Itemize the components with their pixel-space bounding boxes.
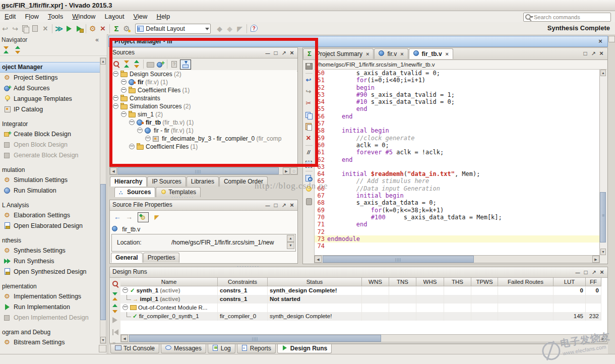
- tree-item-design-sources[interactable]: Design Sources (2): [110, 70, 297, 78]
- menu-view[interactable]: View: [129, 11, 152, 22]
- minimize-icon[interactable]: [264, 201, 272, 211]
- collapse-all-icon[interactable]: [121, 59, 132, 69]
- tree-item-fir-tb[interactable]: fir_tb (fir_tb.v) (1): [110, 118, 297, 127]
- tree-item-simulation-sources[interactable]: Simulation Sources (2): [110, 102, 297, 110]
- float-icon[interactable]: [589, 50, 597, 57]
- forward-icon[interactable]: [124, 212, 134, 221]
- code-line[interactable]: 73endmodule: [315, 235, 600, 242]
- sidebar-item-language-templates[interactable]: Language Templates: [0, 94, 100, 104]
- flow-section-ogram-and-debug[interactable]: ogram and Debug: [0, 328, 100, 337]
- editor-tab-fir-v[interactable]: fir.v×: [374, 48, 408, 59]
- scrollbar-thumb[interactable]: [600, 192, 606, 242]
- help-doc-icon[interactable]: [169, 59, 179, 69]
- tree-expander-icon[interactable]: [113, 95, 118, 101]
- cut-icon[interactable]: [303, 98, 314, 109]
- code-line[interactable]: 57: [315, 120, 600, 127]
- tree-expander-icon[interactable]: [121, 111, 127, 117]
- code-line[interactable]: 58 initial begin: [315, 127, 600, 134]
- code-line[interactable]: 72: [315, 228, 600, 235]
- sidebar-item-open-elaborated-design[interactable]: Open Elaborated Design: [0, 221, 100, 231]
- bulb-icon[interactable]: [303, 185, 314, 195]
- sidebar-item-run-simulation[interactable]: Run Simulation: [0, 186, 100, 196]
- run-save-icon[interactable]: [74, 24, 84, 34]
- settings-icon[interactable]: [88, 24, 98, 34]
- code-line[interactable]: 64 initial $readmemh("data_in.txt", Mem)…: [315, 170, 600, 177]
- expand-icon[interactable]: [110, 303, 120, 314]
- sidebar-item-run-synthesis[interactable]: Run Synthesis: [0, 256, 100, 267]
- close-icon[interactable]: [597, 49, 605, 57]
- code-line[interactable]: 61 forever #5 aclk = !aclk;: [315, 149, 600, 156]
- code-line[interactable]: 70 #100 s_axis_data_tdata = Mem[k];: [315, 214, 600, 221]
- block-icon[interactable]: [303, 159, 314, 169]
- scroll-down-icon[interactable]: ▼: [600, 249, 606, 255]
- code-line[interactable]: 52 begin: [315, 84, 600, 91]
- menu-edit[interactable]: Edit: [0, 11, 20, 22]
- float-icon[interactable]: [590, 268, 598, 277]
- scroll-down-icon[interactable]: ▼: [287, 242, 294, 249]
- sidebar-item-generate-block-design[interactable]: Generate Block Design: [0, 150, 100, 161]
- tree-expander-icon[interactable]: [145, 136, 151, 141]
- column-header-ff[interactable]: FF: [586, 278, 601, 286]
- editor-tab-project-summary[interactable]: Project Summary×: [303, 48, 374, 59]
- drag-handle[interactable]: ·········: [171, 195, 194, 200]
- cursor-icon[interactable]: [235, 24, 245, 34]
- undo-icon[interactable]: [303, 75, 314, 86]
- paste-icon[interactable]: [30, 24, 40, 34]
- tree-item-coefficient-files[interactable]: Coefficient Files (1): [110, 86, 297, 94]
- copy-icon[interactable]: [303, 110, 314, 120]
- run-icon[interactable]: [64, 24, 74, 34]
- comment-icon[interactable]: [303, 147, 314, 158]
- code-line[interactable]: 63: [315, 163, 600, 170]
- sidebar-item-create-block-design[interactable]: Create Block Design: [0, 129, 100, 140]
- tab-properties[interactable]: Properties: [143, 253, 180, 263]
- sidebar-item-open-synthesized-design[interactable]: Open Synthesized Design: [0, 267, 100, 277]
- tree-expander-icon[interactable]: [129, 144, 135, 149]
- sidebar-item-elaboration-settings[interactable]: Elaboration Settings: [0, 210, 100, 221]
- column-header-ths[interactable]: THS: [444, 278, 471, 286]
- resize-grip[interactable]: □: [290, 167, 297, 174]
- search-icon[interactable]: [111, 59, 121, 69]
- scroll-up-icon[interactable]: ▲: [287, 235, 294, 242]
- column-header-lut[interactable]: LUT: [554, 278, 586, 286]
- sigma-icon[interactable]: [111, 24, 121, 34]
- scrollbar-thumb[interactable]: [323, 256, 474, 263]
- layout-selector[interactable]: Default Layout: [135, 24, 211, 34]
- tab-general[interactable]: General: [111, 253, 143, 263]
- close-icon[interactable]: [596, 36, 604, 46]
- bottom-tab-log[interactable]: Log: [208, 344, 235, 353]
- back-icon[interactable]: [112, 212, 122, 221]
- add-sources-icon[interactable]: [155, 59, 165, 69]
- table-row-fir-compiler-0-synth-1[interactable]: ✓fir_compiler_0_synth_1fir_compiler_0syn…: [120, 312, 601, 321]
- sources-hscrollbar[interactable]: ◀ ▶ □: [109, 167, 298, 175]
- code-line[interactable]: 51 for(i=0;i<40;i=i+1): [315, 77, 600, 84]
- tab-hierarchy[interactable]: Hierarchy: [110, 176, 147, 187]
- tree-expander-icon[interactable]: [113, 71, 118, 77]
- expand-all-icon[interactable]: [13, 45, 23, 54]
- menu-layout[interactable]: Layout: [100, 11, 129, 22]
- bottom-tab-reports[interactable]: Reports: [237, 344, 276, 353]
- scroll-right-icon[interactable]: ▶: [592, 256, 599, 263]
- scrollbar-thumb[interactable]: [117, 167, 279, 174]
- code-line[interactable]: 67 initial begin: [315, 192, 600, 199]
- tree-expander-icon[interactable]: [113, 103, 118, 109]
- code-line[interactable]: 56 end: [315, 113, 600, 120]
- sidebar-scrollbar[interactable]: ▲ ▼: [100, 57, 106, 344]
- float-icon[interactable]: [280, 48, 288, 58]
- tree-item-sim-1[interactable]: sim_1 (2): [110, 110, 297, 118]
- close-icon[interactable]: [288, 200, 296, 210]
- code-line[interactable]: 53 #90 s_axis_data_tvalid = 1;: [315, 91, 600, 98]
- copy-icon[interactable]: [20, 24, 30, 34]
- column-header-constraints[interactable]: Constraints: [218, 278, 268, 286]
- run-all-icon[interactable]: [54, 24, 64, 34]
- minimize-icon[interactable]: [264, 48, 272, 58]
- bottom-tab-tcl-console[interactable]: Tcl Console: [110, 344, 159, 353]
- scroll-left-icon[interactable]: ◀: [121, 335, 128, 342]
- sidebar-item-open-implemented-design[interactable]: Open Implemented Design: [0, 313, 100, 323]
- collapse-icon[interactable]: [110, 291, 120, 302]
- tree-expander-icon[interactable]: [122, 287, 128, 293]
- column-header-tns[interactable]: TNS: [389, 278, 416, 286]
- find-icon[interactable]: [303, 173, 314, 184]
- flow-section-oject-manager[interactable]: oject Manager: [0, 62, 100, 73]
- search-icon[interactable]: [110, 279, 120, 290]
- code-line[interactable]: 69 for(k=0;k<=38;k=k+1): [315, 207, 600, 214]
